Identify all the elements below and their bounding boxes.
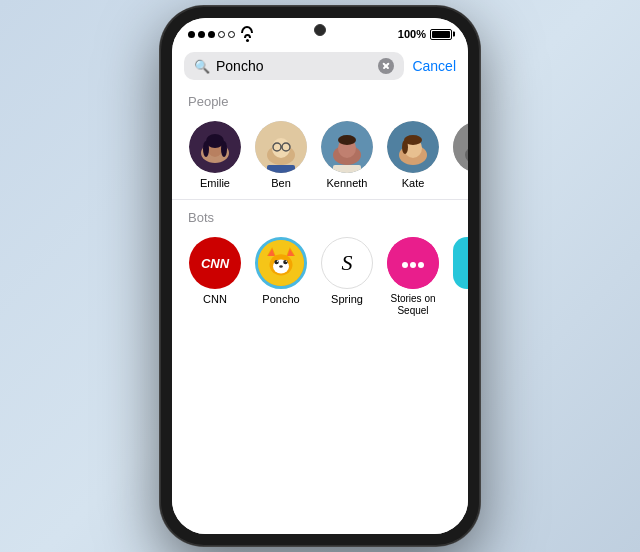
people-row: Emilie Ben [172, 113, 468, 197]
avatar-emilie [189, 121, 241, 173]
svg-point-5 [203, 141, 209, 157]
battery-group: 100% [398, 28, 452, 40]
signal-dot-3 [208, 31, 215, 38]
status-bar: 100% [172, 18, 468, 46]
avatar-kate [387, 121, 439, 173]
bot-item-sequel[interactable]: Stories on Sequel [382, 237, 444, 317]
svg-point-23 [402, 140, 408, 154]
svg-point-6 [221, 141, 227, 157]
svg-point-37 [286, 261, 287, 262]
battery-icon [430, 29, 452, 40]
svg-point-17 [338, 135, 356, 145]
bot-icon-teal [453, 237, 468, 289]
svg-rect-13 [267, 165, 295, 173]
svg-point-40 [402, 262, 408, 268]
bot-name-poncho: Poncho [262, 293, 299, 305]
person-name-emilie: Emilie [200, 177, 230, 189]
phone-outer: 100% 🔍 Poncho Cancel People [160, 6, 480, 546]
svg-point-36 [277, 261, 278, 262]
people-label: People [172, 86, 468, 113]
bottom-fill [172, 325, 468, 534]
bot-icon-sequel [387, 237, 439, 289]
avatar-partial [453, 121, 468, 173]
person-name-kate: Kate [402, 177, 425, 189]
signal-dot-1 [188, 31, 195, 38]
wifi-icon [241, 26, 253, 42]
signal-dot-2 [198, 31, 205, 38]
battery-fill [432, 31, 450, 38]
bot-item-spring[interactable]: S Spring [316, 237, 378, 317]
bots-row: CNN CNN [172, 229, 468, 325]
cancel-button[interactable]: Cancel [412, 58, 456, 74]
battery-percent: 100% [398, 28, 426, 40]
svg-point-42 [418, 262, 424, 268]
search-icon: 🔍 [194, 59, 210, 74]
bot-name-spring: Spring [331, 293, 363, 305]
svg-point-34 [274, 260, 278, 264]
phone-screen: 100% 🔍 Poncho Cancel People [172, 18, 468, 534]
svg-point-35 [283, 260, 287, 264]
signal-dot-5 [228, 31, 235, 38]
person-item-kenneth[interactable]: Kenneth [316, 121, 378, 189]
person-item-partial[interactable]: Je [448, 121, 468, 189]
search-query-text: Poncho [216, 58, 372, 74]
bot-icon-spring: S [321, 237, 373, 289]
bots-label: Bots [172, 202, 468, 229]
clear-search-button[interactable] [378, 58, 394, 74]
bot-name-cnn: CNN [203, 293, 227, 305]
bot-item-cnn[interactable]: CNN CNN [184, 237, 246, 317]
search-bar-row: 🔍 Poncho Cancel [172, 46, 468, 86]
bot-item-teal[interactable] [448, 237, 468, 317]
person-item-ben[interactable]: Ben [250, 121, 312, 189]
search-input-wrap[interactable]: 🔍 Poncho [184, 52, 404, 80]
bot-name-sequel: Stories on Sequel [382, 293, 444, 317]
avatar-ben [255, 121, 307, 173]
svg-point-41 [410, 262, 416, 268]
svg-point-38 [279, 265, 283, 268]
section-divider [172, 199, 468, 200]
signal-dot-4 [218, 31, 225, 38]
person-name-kenneth: Kenneth [327, 177, 368, 189]
svg-point-24 [453, 121, 468, 173]
person-item-kate[interactable]: Kate [382, 121, 444, 189]
bot-icon-poncho [255, 237, 307, 289]
bot-icon-cnn: CNN [189, 237, 241, 289]
signal-wifi-group [188, 26, 253, 42]
avatar-kenneth [321, 121, 373, 173]
svg-rect-18 [333, 165, 361, 173]
bot-item-poncho[interactable]: Poncho [250, 237, 312, 317]
person-item-emilie[interactable]: Emilie [184, 121, 246, 189]
person-name-ben: Ben [271, 177, 291, 189]
